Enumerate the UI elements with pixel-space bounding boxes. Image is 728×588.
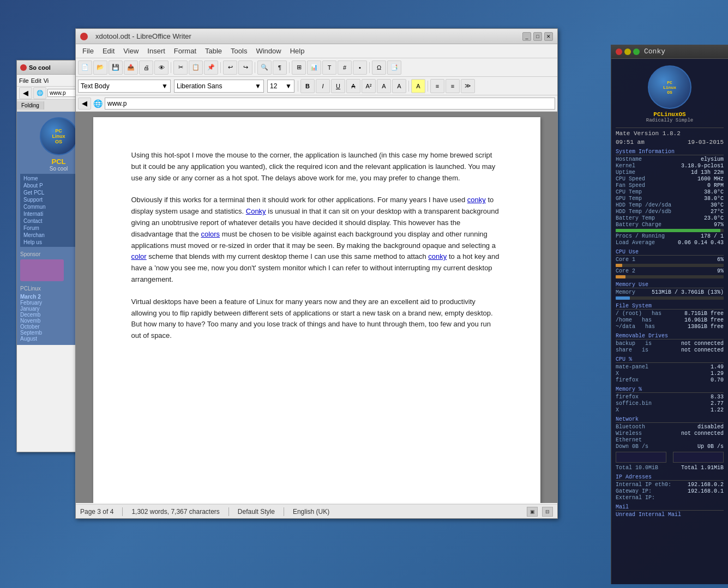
conky-link-3[interactable]: conky (428, 252, 447, 260)
redo-button[interactable]: ↪ (238, 60, 252, 75)
back-button[interactable]: ◀ (19, 87, 32, 99)
textbox-button[interactable]: T (322, 60, 336, 75)
info-share: share is not connected (616, 347, 724, 353)
network-graph (616, 452, 724, 463)
view-normal-btn[interactable]: ▣ (527, 507, 538, 517)
conky-datetime: 09:51 am 19-03-2015 (616, 139, 724, 146)
info-hdd-sdb: HDD Temp /dev/sdb 27°C (616, 209, 724, 215)
nonprint-button[interactable]: ¶ (273, 60, 287, 75)
conky-link-1[interactable]: conky (467, 196, 486, 204)
download-graph (616, 452, 666, 463)
style-selector[interactable]: Text Body ▼ (78, 80, 171, 93)
minimize-button[interactable]: _ (522, 32, 531, 41)
address-bar: ◀ 🌐 www.p (76, 95, 557, 112)
bold-button[interactable]: B (300, 79, 315, 93)
highlight-button[interactable]: A (411, 79, 425, 93)
info-network-speed: Down 0B /s Up 0B /s (616, 444, 724, 450)
font-size-selector[interactable]: 12 ▼ (267, 80, 294, 93)
toolbar-sep-4 (289, 62, 290, 73)
bullets-button[interactable]: • (353, 60, 367, 75)
info-firefox-mem: firefox 8.33 (616, 394, 724, 400)
undo-button[interactable]: ↩ (223, 60, 237, 75)
find-button[interactable]: 🔍 (257, 60, 272, 75)
folding-tab[interactable]: Folding (17, 101, 44, 110)
document-area[interactable]: Using this hot-spot I move the mouse to … (76, 112, 557, 503)
align-right-button[interactable]: ≡ (446, 79, 460, 93)
info-firefox-cpu: firefox 0.70 (616, 377, 724, 383)
close-button-right[interactable]: ✕ (544, 32, 553, 41)
conky-date: 19-03-2015 (688, 139, 724, 146)
colors-link[interactable]: colors (201, 230, 220, 238)
browser-menu-file[interactable]: File (19, 77, 29, 84)
status-bar: Page 3 of 4 1,302 words, 7,367 character… (76, 504, 557, 518)
copy-button[interactable]: 📋 (189, 60, 203, 75)
navigator-button[interactable]: 📑 (387, 60, 401, 75)
fmt-sep-1 (298, 81, 298, 92)
info-battery-charge: Battery Charge 97% (616, 222, 724, 228)
conky-close-btn[interactable] (616, 49, 622, 55)
new-button[interactable]: 📄 (78, 60, 92, 75)
shadow-button[interactable]: A (377, 79, 391, 93)
paste-button[interactable]: 📌 (204, 60, 218, 75)
memory-fill (616, 296, 630, 300)
color-link[interactable]: color (131, 252, 147, 260)
chart-button[interactable]: 📊 (307, 60, 321, 75)
info-hdd-sda: HDD Temp /dev/sda 30°C (616, 202, 724, 208)
doc-back-button[interactable]: ◀ (78, 98, 91, 110)
doc-para-2: Obviously if this works for a terminal t… (131, 195, 502, 285)
view-web-btn[interactable]: ⊟ (542, 507, 553, 517)
info-fs-home: /home has 16.9GiB free (616, 317, 724, 323)
menu-edit[interactable]: Edit (98, 46, 119, 56)
info-battery-temp: Battery Temp 23.0°C (616, 215, 724, 221)
color-button[interactable]: A (392, 79, 406, 93)
maximize-button[interactable]: □ (533, 32, 542, 41)
conky-link-2[interactable]: Conky (246, 207, 266, 215)
size-dropdown-arrow: ▼ (285, 82, 292, 90)
browser-close-btn[interactable] (20, 64, 27, 71)
fmt-sep-3 (428, 81, 428, 92)
table-button[interactable]: ⊞ (292, 60, 306, 75)
info-mate-panel: mate-panel 1.49 (616, 364, 724, 370)
open-button[interactable]: 📂 (93, 60, 107, 75)
conky-max-btn[interactable] (633, 49, 640, 55)
menu-table[interactable]: Table (201, 46, 226, 56)
menu-insert[interactable]: Insert (143, 46, 170, 56)
menu-window[interactable]: Window (251, 46, 285, 56)
preview-button[interactable]: 👁 (154, 60, 169, 75)
menu-file[interactable]: File (78, 46, 98, 56)
menu-tools[interactable]: Tools (226, 46, 251, 56)
conky-min-btn[interactable] (624, 49, 631, 55)
info-fan-speed: Fan Speed 0 RPM (616, 183, 724, 189)
window-controls: _ □ ✕ (522, 32, 553, 41)
print-button[interactable]: 🖨 (139, 60, 153, 75)
save-button[interactable]: 💾 (109, 60, 123, 75)
strikethrough-button[interactable]: A (346, 79, 360, 93)
underline-button[interactable]: U (331, 79, 345, 93)
info-x-server: X 1.29 (616, 371, 724, 377)
status-sep-3 (284, 507, 284, 516)
cut-button[interactable]: ✂ (173, 60, 188, 75)
conky-body: PCLinuxOS PCLinuxOS Radically Simple Mat… (611, 59, 728, 520)
menu-help[interactable]: Help (286, 46, 309, 56)
browser-menu-view[interactable]: Vi (44, 77, 49, 84)
info-core2: Core 2 9% (616, 268, 724, 274)
menu-view[interactable]: View (119, 46, 143, 56)
conky-titlebar: Conky (611, 45, 728, 59)
unread-mail[interactable]: Unread Internal Mail (616, 512, 724, 518)
browser-menu-edit[interactable]: Edit (31, 77, 41, 84)
more-btn[interactable]: ≫ (461, 79, 475, 93)
toolbar-sep-2 (220, 62, 221, 73)
italic-button[interactable]: I (316, 79, 330, 93)
section-removable: Removable Drives (616, 333, 724, 340)
menu-format[interactable]: Format (170, 46, 201, 56)
info-totals: Total 10.0MiB Total 1.91MiB (616, 465, 724, 471)
url-bar[interactable]: www.p (105, 98, 555, 110)
globe-icon: 🌐 (33, 87, 46, 99)
export-button[interactable]: 📤 (124, 60, 138, 75)
font-selector[interactable]: Liberation Sans ▼ (174, 80, 264, 93)
numbering-button[interactable]: # (338, 60, 352, 75)
superscript-button[interactable]: A² (362, 79, 376, 93)
special-char-button[interactable]: Ω (372, 60, 386, 75)
close-button[interactable] (80, 33, 88, 40)
align-left-button[interactable]: ≡ (430, 79, 444, 93)
